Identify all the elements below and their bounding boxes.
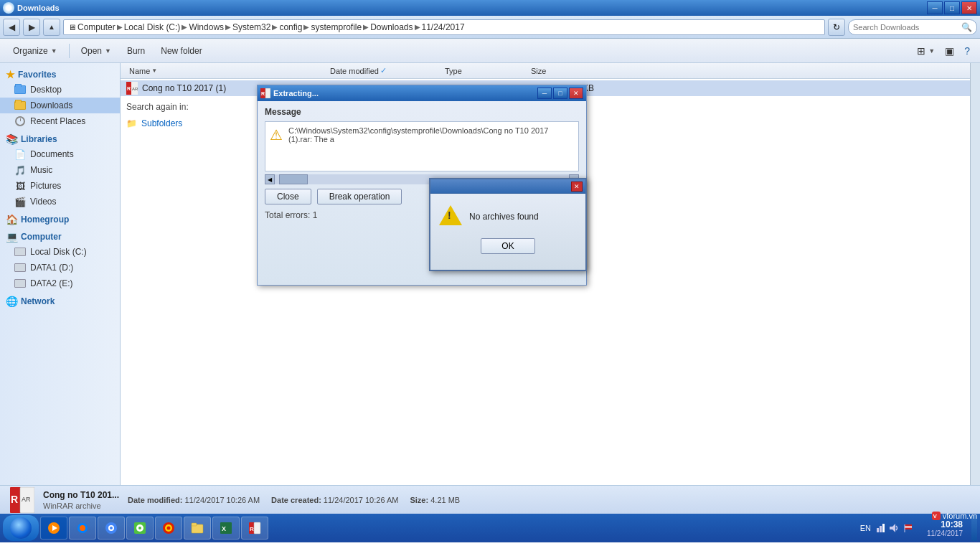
sidebar-item-recent[interactable]: Recent Places [0,113,120,129]
help-button[interactable]: ? [960,41,974,61]
message-text: C:\Windows\System32\config\systemprofile… [288,126,574,143]
title-bar-left: Downloads [3,2,60,14]
taskbar-winrar[interactable]: R [241,517,268,540]
flag-tray-icon [903,522,914,534]
sidebar-item-videos[interactable]: 🎬 Videos [0,194,120,209]
winrar-dialog-controls: ─ □ ✕ [537,88,583,99]
svg-text:V: V [933,513,937,519]
path-system32[interactable]: System32 [232,22,270,32]
path-systemprofile[interactable]: systemprofile [311,22,362,32]
taskbar-excel[interactable]: X [212,517,240,540]
taskbar-firefox[interactable] [69,517,96,540]
libraries-section: 📚 Libraries 📄 Documents 🎵 Music 🖼 Pictur… [0,132,120,209]
view-buttons: ⊞ ▼ ▣ ? [913,41,974,61]
open-arrow-icon: ▼ [105,47,111,55]
scroll-thumb[interactable] [279,174,308,184]
favorites-section: ★ Favorites Desktop Downloads Recent Pla… [0,67,120,129]
svg-text:AR: AR [22,496,31,503]
sidebar-item-pictures[interactable]: 🖼 Pictures [0,178,120,194]
excel-icon: X [219,521,233,535]
path-localdisk[interactable]: Local Disk (C:) [124,22,181,32]
forward-button[interactable]: ▶ [23,19,40,36]
winrar-close-button[interactable]: ✕ [569,88,583,99]
folder-icon [14,101,26,110]
ok-button[interactable]: OK [481,238,534,254]
taskbar-media-player[interactable] [40,517,67,540]
search-icon: 🔍 [961,22,972,32]
homegroup-header[interactable]: 🏠 Homegroup [0,212,120,227]
svg-text:R: R [261,91,265,96]
sidebar-item-downloads[interactable]: Downloads [0,98,120,113]
winrar-minimize-button[interactable]: ─ [537,88,552,99]
taskbar-app4[interactable] [126,517,154,540]
size-meta: Size: 4.21 MB [410,496,460,504]
toolbar-separator [69,44,70,58]
no-archives-close-button[interactable]: ✕ [571,182,583,192]
search-box[interactable]: 🔍 [848,19,977,35]
new-folder-button[interactable]: New folder [154,41,209,61]
favorites-header[interactable]: ★ Favorites [0,67,120,82]
dialog-overlay: R Extracting... ─ □ ✕ Message ⚠ C:\Windo… [121,63,980,485]
path-computer[interactable]: 🖥 Computer [68,22,116,32]
close-dialog-button[interactable]: Close [265,189,311,204]
path-downloads[interactable]: Downloads [370,22,413,32]
app4-icon [133,521,147,535]
window-title: Downloads [17,4,60,12]
sidebar-item-documents[interactable]: 📄 Documents [0,146,120,162]
date-modified-meta: Date modified: 11/24/2017 10:26 AM [128,496,260,504]
path-config[interactable]: config [279,22,302,32]
svg-text:X: X [222,525,226,532]
network-header[interactable]: 🌐 Network [0,294,120,309]
message-label: Message [265,107,579,117]
computer-header[interactable]: 💻 Computer [0,230,120,244]
libraries-header[interactable]: 📚 Libraries [0,132,120,146]
clock-date: 11/24/2017 [927,529,963,537]
docs-icon: 📄 [14,149,26,160]
winrar-maximize-button[interactable]: □ [553,88,567,99]
maximize-button[interactable]: □ [944,1,960,14]
sidebar-item-music[interactable]: 🎵 Music [0,162,120,178]
homegroup-section: 🏠 Homegroup [0,212,120,227]
up-button[interactable]: ▲ [43,19,60,36]
system-clock[interactable]: 10:38 11/24/2017 [923,519,967,537]
network-section: 🌐 Network [0,294,120,309]
burn-button[interactable]: Burn [120,41,152,61]
scroll-left-button[interactable]: ◀ [265,174,275,184]
firefox-icon [75,521,90,535]
sidebar-item-desktop[interactable]: Desktop [0,82,120,98]
taskbar-chrome2[interactable] [155,517,182,540]
vforum-watermark: V vforum.vn [931,511,977,521]
sidebar-item-localdisk-c[interactable]: Local Disk (C:) [0,244,120,260]
sidebar-item-data2[interactable]: DATA2 (E:) [0,276,120,291]
break-operation-button[interactable]: Break operation [317,189,402,204]
no-archives-dialog: ✕ No archives found OK [429,178,587,271]
status-info: Cong no T10 201... WinRAR archive [43,490,119,510]
path-windows[interactable]: Windows [189,22,224,32]
svg-point-15 [80,525,85,531]
organize-button[interactable]: Organize ▼ [6,41,65,61]
minimize-button[interactable]: ─ [927,1,943,14]
address-path[interactable]: 🖥 Computer ▶ Local Disk (C:) ▶ Windows ▶… [63,19,825,35]
taskbar-explorer[interactable] [184,517,211,540]
view-options-button[interactable]: ⊞ ▼ [913,41,939,61]
svg-text:R: R [11,494,18,505]
status-file-icon: R AR [9,487,34,513]
start-button[interactable] [3,515,39,541]
start-orb [10,517,32,539]
sidebar-item-data1[interactable]: DATA1 (D:) [0,260,120,276]
winrar-taskbar-icon: R [248,521,262,535]
computer-section: 💻 Computer Local Disk (C:) DATA1 (D:) DA… [0,230,120,291]
winrar-dialog-titlebar: R Extracting... ─ □ ✕ [258,85,586,101]
explorer-icon [190,521,204,535]
close-button[interactable]: ✕ [961,1,977,14]
address-bar: ◀ ▶ ▲ 🖥 Computer ▶ Local Disk (C:) ▶ Win… [0,16,980,39]
svg-rect-26 [192,523,197,526]
preview-pane-button[interactable]: ▣ [941,41,958,61]
back-button[interactable]: ◀ [3,19,20,36]
open-button[interactable]: Open ▼ [74,41,118,61]
status-filetype: WinRAR archive [43,501,119,510]
refresh-button[interactable]: ↻ [828,19,845,36]
search-input[interactable] [853,23,958,32]
path-date[interactable]: 11/24/2017 [422,22,465,32]
taskbar-chrome[interactable] [98,517,125,540]
